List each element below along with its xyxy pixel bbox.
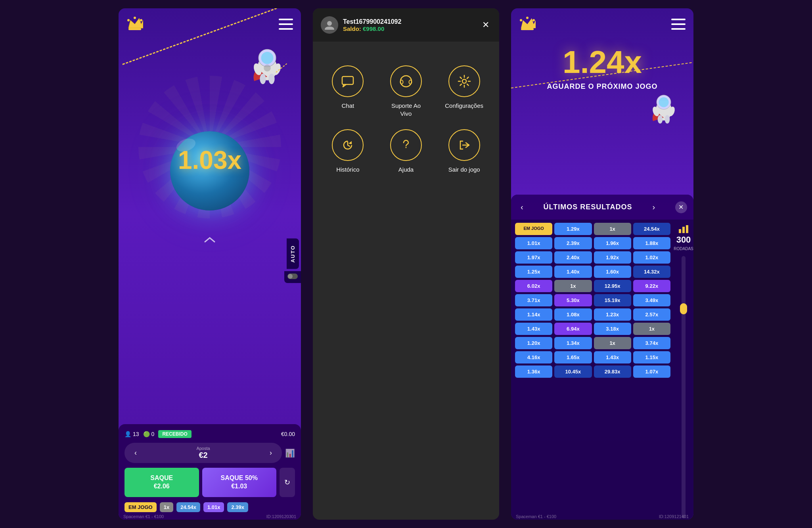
result-cell: 5.30x (554, 294, 592, 306)
saque-button[interactable]: SAQUE €2.06 (124, 468, 199, 497)
svg-point-24 (526, 17, 529, 19)
result-cell: 1.23x (594, 308, 631, 321)
player-info-row: 👤 13 🟢 0 RECEBIDO €0.00 (124, 430, 295, 438)
result-cell: 3.74x (633, 337, 670, 349)
hamburger-menu[interactable] (279, 17, 293, 31)
hamburger-menu-right[interactable] (671, 17, 686, 31)
bet-value-display: Aposta €2 (196, 446, 210, 460)
rodadas-label: RODADAS (674, 247, 693, 251)
result-cell: 1.36x (515, 365, 552, 378)
results-grid: EM JOGO 1.29x 1x 24.54x 1.01x 2.39x 1.96… (515, 223, 670, 378)
scroll-thumb (680, 303, 687, 314)
menu-item-historico[interactable]: Histórico (325, 129, 371, 174)
menu-item-suporte[interactable]: Suporte AoVivo (383, 65, 429, 117)
menu-close-button[interactable]: ✕ (480, 18, 491, 32)
footer-game-name: Spaceman €1 - €100 (123, 514, 164, 519)
result-cell: 3.18x (594, 323, 631, 335)
current-amount: €0.00 (281, 431, 295, 437)
results-game-header (511, 8, 693, 36)
scroll-track[interactable] (682, 256, 686, 518)
refresh-button[interactable]: ↻ (280, 468, 295, 497)
result-cell: 3.49x (633, 294, 670, 306)
crown-icon-right (519, 16, 536, 32)
balance-display: Saldo: €998.00 (343, 25, 401, 32)
result-cell: 1.07x (633, 365, 670, 378)
exit-icon-circle (448, 129, 480, 161)
svg-point-18 (462, 79, 466, 83)
bet-increase-button[interactable]: › (266, 447, 276, 459)
result-cell: EM JOGO (515, 223, 552, 235)
result-cell: 1.25x (515, 266, 552, 278)
result-cell: 12.95x (594, 280, 631, 292)
game-screen: 1.03x AUTO 👤 13 (119, 8, 301, 520)
menu-screen: Test1679900241092 Saldo: €998.00 ✕ (313, 8, 499, 520)
support-icon-circle (390, 65, 422, 97)
astronaut-right (646, 91, 682, 126)
svg-point-10 (260, 74, 266, 84)
menu-item-config[interactable]: Configurações (441, 65, 487, 117)
result-cell: 2.40x (554, 251, 592, 264)
result-cell: 1.60x (594, 266, 631, 278)
green-dot-icon: 🟢 (143, 431, 150, 437)
result-cell: 2.39x (554, 237, 592, 249)
svg-point-31 (658, 115, 663, 124)
online-count: 🟢 0 (143, 431, 155, 437)
username-display: Test1679900241092 (343, 18, 401, 25)
results-panel: ‹ ÚLTIMOS RESULTADOS › ✕ EM JOGO 1.29x 1… (511, 195, 693, 520)
history-badge-0: EM JOGO (124, 502, 157, 512)
game-play-area: 1.03x (119, 36, 301, 234)
results-sidebar: 300 RODADAS (674, 220, 693, 520)
svg-rect-35 (686, 225, 688, 233)
nav-next-button[interactable]: › (649, 201, 658, 213)
results-screen: 1.24x AGUARDE O PRÓXIMO JOGO ‹ ÚLTIMOS R… (511, 8, 693, 520)
crown-icon (126, 16, 143, 32)
result-cell: 1.97x (515, 251, 552, 264)
result-cell: 1x (633, 323, 670, 335)
results-close-button[interactable]: ✕ (675, 201, 687, 213)
auto-tab[interactable]: AUTO (287, 239, 299, 269)
svg-rect-15 (342, 77, 353, 84)
svg-rect-33 (679, 229, 681, 233)
history-badge-2: 24.54x (176, 502, 200, 512)
result-cell: 1.40x (554, 266, 592, 278)
svg-point-2 (127, 19, 130, 21)
result-cell: 1.14x (515, 308, 552, 321)
results-footer-id: ID:1209121401 (659, 514, 689, 519)
svg-rect-1 (128, 28, 141, 30)
user-details: Test1679900241092 Saldo: €998.00 (343, 18, 401, 32)
svg-point-12 (264, 65, 271, 72)
current-multiplier: 1.03x (178, 145, 241, 175)
bet-amount: €2 (196, 451, 210, 460)
history-icon-circle (332, 129, 364, 161)
result-cell: 1.15x (633, 351, 670, 363)
menu-item-ajuda[interactable]: Ajuda (383, 129, 429, 174)
help-icon-circle (390, 129, 422, 161)
result-cell: 3.71x (515, 294, 552, 306)
result-cell: 6.94x (554, 323, 592, 335)
history-badge-3: 1.01x (203, 502, 224, 512)
result-cell: 4.16x (515, 351, 552, 363)
svg-point-28 (659, 97, 668, 107)
result-cell: 6.02x (515, 280, 552, 292)
settings-icon-circle (448, 65, 480, 97)
user-info: Test1679900241092 Saldo: €998.00 (321, 16, 401, 34)
result-cell: 1x (594, 337, 631, 349)
bet-decrease-button[interactable]: ‹ (130, 447, 141, 459)
svg-point-14 (327, 21, 332, 26)
stats-icon[interactable]: 📊 (285, 448, 295, 458)
nav-prev-button[interactable]: ‹ (517, 201, 527, 213)
bet-label: Aposta (196, 446, 210, 451)
svg-rect-34 (682, 227, 685, 233)
result-cell: 10.45x (554, 365, 592, 378)
result-cell: 1.01x (515, 237, 552, 249)
saque50-button[interactable]: SAQUE 50% €1.03 (202, 468, 277, 497)
results-title: ÚLTIMOS RESULTADOS (544, 203, 632, 211)
result-cell: 1.43x (594, 351, 631, 363)
results-grid-container: EM JOGO 1.29x 1x 24.54x 1.01x 2.39x 1.96… (511, 220, 674, 520)
menu-item-sair[interactable]: Sair do jogo (441, 129, 487, 174)
chat-icon-circle (332, 65, 364, 97)
menu-label-historico: Histórico (336, 166, 359, 174)
menu-item-chat[interactable]: Chat (325, 65, 371, 117)
menu-label-suporte: Suporte AoVivo (391, 102, 421, 117)
chevron-up-area[interactable] (119, 234, 301, 245)
